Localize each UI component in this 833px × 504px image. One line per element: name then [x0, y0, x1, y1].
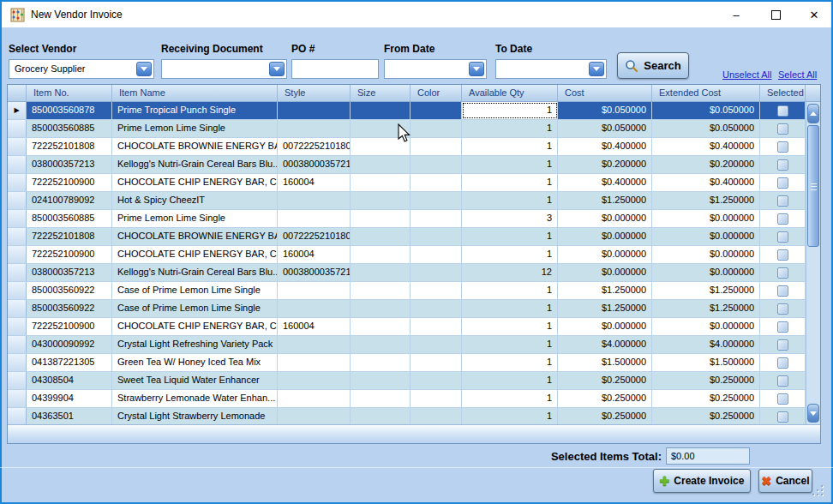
row-selector-cell[interactable]: [8, 138, 27, 155]
header-color[interactable]: Color: [411, 85, 462, 101]
table-row[interactable]: ▶ 850003560878 Prime Tropical Punch Sing…: [8, 102, 806, 120]
cell-available-qty[interactable]: 1: [462, 300, 558, 317]
scrollbar-thumb[interactable]: [807, 125, 819, 247]
row-checkbox[interactable]: [777, 357, 788, 369]
table-row[interactable]: 850003560922 Case of Prime Lemon Lime Si…: [8, 282, 806, 300]
cell-available-qty[interactable]: 1: [462, 318, 558, 335]
header-item-no[interactable]: Item No.: [27, 85, 112, 101]
from-date-dropdown-button[interactable]: [469, 62, 484, 76]
po-number-input[interactable]: [291, 59, 379, 79]
row-selector-cell[interactable]: [8, 318, 27, 335]
scroll-up-button[interactable]: [807, 104, 819, 123]
cell-available-qty[interactable]: 3: [462, 210, 558, 227]
table-row[interactable]: 04308504 Sweet Tea Liquid Water Enhancer…: [8, 372, 806, 390]
row-selector-cell[interactable]: [8, 300, 27, 317]
cell-available-qty[interactable]: 1: [462, 102, 558, 119]
cell-available-qty[interactable]: 1: [462, 228, 558, 245]
create-invoice-button[interactable]: ✚ Create Invoice: [653, 469, 751, 493]
row-selector-cell[interactable]: [8, 372, 27, 389]
receiving-document-dropdown[interactable]: [161, 59, 287, 79]
table-row[interactable]: 04363501 Crystal Light Strawberry Lemona…: [8, 408, 806, 424]
row-checkbox[interactable]: [777, 141, 788, 153]
table-row[interactable]: 043000090992 Crystal Light Refreshing Va…: [8, 336, 806, 354]
to-date-dropdown-button[interactable]: [589, 62, 604, 76]
cell-available-qty[interactable]: 1: [462, 246, 558, 263]
row-selector-cell[interactable]: ▶: [8, 102, 27, 119]
row-checkbox[interactable]: [777, 321, 788, 333]
table-row[interactable]: 038000357213 Kellogg's Nutri-Grain Cerea…: [8, 156, 806, 174]
select-all-link[interactable]: Select All: [778, 69, 817, 80]
table-row[interactable]: 722252100900 CHOCOLATE CHIP ENERGY BAR, …: [8, 318, 806, 336]
row-selector-cell[interactable]: [8, 228, 27, 245]
table-row[interactable]: 722252101808 CHOCOLATE BROWNIE ENERGY BA…: [8, 138, 806, 156]
row-selector-cell[interactable]: [8, 120, 27, 137]
row-checkbox[interactable]: [777, 213, 788, 225]
row-checkbox[interactable]: [777, 159, 788, 171]
table-row[interactable]: 038000357213 Kellogg's Nutri-Grain Cerea…: [8, 264, 806, 282]
cell-available-qty[interactable]: 12: [462, 264, 558, 281]
row-selector-cell[interactable]: [8, 192, 27, 209]
header-size[interactable]: Size: [351, 85, 411, 101]
row-checkbox[interactable]: [777, 267, 788, 279]
header-available-qty[interactable]: Available Qty: [462, 85, 558, 101]
row-checkbox[interactable]: [777, 195, 788, 207]
cell-available-qty[interactable]: 1: [462, 120, 558, 137]
cell-available-qty[interactable]: 1: [462, 282, 558, 299]
cell-available-qty[interactable]: 1: [462, 336, 558, 353]
receiving-document-dropdown-button[interactable]: [269, 62, 285, 76]
cell-available-qty[interactable]: 1: [462, 408, 558, 424]
row-selector-cell[interactable]: [8, 336, 27, 353]
table-row[interactable]: 850003560885 Prime Lemon Lime Single 3 $…: [8, 210, 806, 228]
selected-items-total-field[interactable]: $0.00: [666, 447, 750, 465]
cell-available-qty[interactable]: 1: [462, 390, 558, 407]
row-checkbox[interactable]: [777, 285, 788, 297]
vendor-dropdown-button[interactable]: [136, 62, 152, 76]
row-selector-cell[interactable]: [8, 174, 27, 191]
row-selector-cell[interactable]: [8, 408, 27, 424]
header-cost[interactable]: Cost: [558, 85, 652, 101]
scroll-down-button[interactable]: [807, 404, 819, 423]
vendor-dropdown[interactable]: Grocery Supplier: [9, 59, 154, 79]
cell-available-qty[interactable]: 1: [462, 174, 558, 191]
row-checkbox[interactable]: [777, 249, 788, 261]
row-selector-cell[interactable]: [8, 354, 27, 371]
row-checkbox[interactable]: [777, 177, 788, 189]
table-row[interactable]: 850003560885 Prime Lemon Lime Single 1 $…: [8, 120, 806, 138]
resize-grip[interactable]: [812, 485, 824, 497]
table-row[interactable]: 722252100900 CHOCOLATE CHIP ENERGY BAR, …: [8, 174, 806, 192]
vertical-scrollbar[interactable]: [806, 102, 820, 424]
cell-available-qty[interactable]: 1: [462, 138, 558, 155]
table-row[interactable]: 024100789092 Hot & Spicy CheezIT 1 $1.25…: [8, 192, 806, 210]
row-checkbox[interactable]: [777, 231, 788, 243]
row-checkbox[interactable]: [777, 411, 788, 423]
header-selected[interactable]: Selected: [760, 85, 806, 101]
row-checkbox[interactable]: [777, 393, 788, 405]
header-item-name[interactable]: Item Name: [112, 85, 278, 101]
row-checkbox[interactable]: [777, 105, 788, 117]
row-selector-cell[interactable]: [8, 210, 27, 227]
row-checkbox[interactable]: [777, 339, 788, 351]
table-row[interactable]: 722252101808 CHOCOLATE BROWNIE ENERGY BA…: [8, 228, 806, 246]
row-checkbox[interactable]: [777, 123, 788, 135]
row-checkbox[interactable]: [777, 375, 788, 387]
header-style[interactable]: Style: [278, 85, 351, 101]
maximize-button[interactable]: [756, 2, 795, 27]
table-row[interactable]: 850003560922 Case of Prime Lemon Lime Si…: [8, 300, 806, 318]
cell-available-qty[interactable]: 1: [462, 372, 558, 389]
cell-available-qty[interactable]: 1: [462, 354, 558, 371]
to-date-dropdown[interactable]: [495, 59, 607, 79]
table-row[interactable]: 722252100900 CHOCOLATE CHIP ENERGY BAR, …: [8, 246, 806, 264]
from-date-dropdown[interactable]: [384, 59, 487, 79]
row-checkbox[interactable]: [777, 303, 788, 315]
cell-available-qty[interactable]: 1: [462, 156, 558, 173]
table-row[interactable]: 04399904 Strawberry Lemonade Water Enhan…: [8, 390, 806, 408]
row-selector-cell[interactable]: [8, 264, 27, 281]
row-selector-cell[interactable]: [8, 282, 27, 299]
search-button[interactable]: Search: [617, 52, 689, 79]
cancel-button[interactable]: ✖ Cancel: [758, 469, 812, 493]
header-extended-cost[interactable]: Extended Cost: [652, 85, 760, 101]
row-selector-cell[interactable]: [8, 246, 27, 263]
unselect-all-link[interactable]: Unselect All: [722, 69, 771, 80]
minimize-button[interactable]: –: [716, 2, 756, 27]
row-selector-cell[interactable]: [8, 156, 27, 173]
